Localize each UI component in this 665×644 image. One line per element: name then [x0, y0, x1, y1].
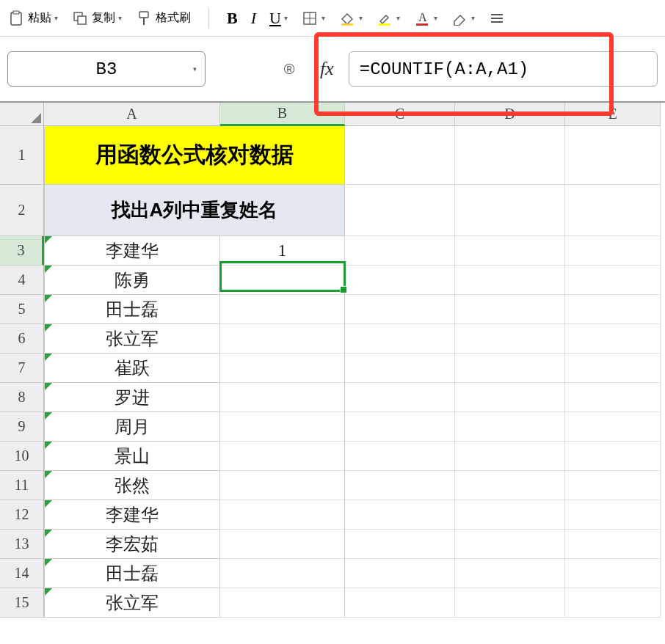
- cell-c14[interactable]: [345, 559, 455, 588]
- bold-button[interactable]: B: [227, 9, 238, 28]
- eraser-button[interactable]: ▾: [451, 10, 475, 27]
- cell-a7[interactable]: 崔跃: [44, 354, 220, 383]
- cell-d4[interactable]: [455, 266, 565, 295]
- cell-e7[interactable]: [565, 354, 661, 383]
- row-header-3[interactable]: 3: [0, 236, 44, 266]
- cell-d5[interactable]: [455, 295, 565, 324]
- select-all-corner[interactable]: [0, 103, 44, 126]
- row-header-14[interactable]: 14: [0, 559, 44, 588]
- registered-icon[interactable]: ®: [279, 59, 299, 79]
- cell-a6[interactable]: 张立军: [44, 324, 220, 354]
- format-painter-button[interactable]: 格式刷: [135, 10, 191, 27]
- cell-d7[interactable]: [455, 354, 565, 383]
- cell-b15[interactable]: [220, 588, 345, 618]
- cell-c13[interactable]: [345, 530, 455, 559]
- row-header-2[interactable]: 2: [0, 185, 44, 236]
- row-header-1[interactable]: 1: [0, 126, 44, 185]
- cell-a8[interactable]: 罗进: [44, 383, 220, 412]
- cell-c10[interactable]: [345, 442, 455, 471]
- highlight-button[interactable]: ▾: [376, 10, 400, 27]
- cell-b10[interactable]: [220, 442, 345, 471]
- row-header-7[interactable]: 7: [0, 354, 44, 383]
- cell-c11[interactable]: [345, 471, 455, 500]
- cell-e10[interactable]: [565, 442, 661, 471]
- cell-b8[interactable]: [220, 383, 345, 412]
- cell-a11[interactable]: 张然: [44, 471, 220, 500]
- cell-a15[interactable]: 张立军: [44, 588, 220, 618]
- cell-e5[interactable]: [565, 295, 661, 324]
- cell-b13[interactable]: [220, 530, 345, 559]
- row-header-13[interactable]: 13: [0, 530, 44, 559]
- cell-e13[interactable]: [565, 530, 661, 559]
- cell-c6[interactable]: [345, 324, 455, 354]
- row-header-15[interactable]: 15: [0, 588, 44, 618]
- row-header-11[interactable]: 11: [0, 471, 44, 500]
- cell-d13[interactable]: [455, 530, 565, 559]
- cell-b11[interactable]: [220, 471, 345, 500]
- cell-d6[interactable]: [455, 324, 565, 354]
- cell-e2[interactable]: [565, 185, 661, 236]
- cell-d9[interactable]: [455, 412, 565, 442]
- cell-d12[interactable]: [455, 500, 565, 530]
- cell-c8[interactable]: [345, 383, 455, 412]
- row-header-12[interactable]: 12: [0, 500, 44, 530]
- cell-a5[interactable]: 田士磊: [44, 295, 220, 324]
- font-color-button[interactable]: A ▾: [413, 10, 437, 27]
- cell-c7[interactable]: [345, 354, 455, 383]
- cell-e9[interactable]: [565, 412, 661, 442]
- cell-d3[interactable]: [455, 236, 565, 266]
- col-header-a[interactable]: A: [44, 103, 220, 126]
- copy-button[interactable]: 复制 ▾: [71, 10, 122, 27]
- cell-d2[interactable]: [455, 185, 565, 236]
- cell-e12[interactable]: [565, 500, 661, 530]
- fx-icon[interactable]: fx: [320, 58, 334, 80]
- cell-e8[interactable]: [565, 383, 661, 412]
- paste-button[interactable]: 粘贴 ▾: [7, 10, 58, 27]
- cell-a12[interactable]: 李建华: [44, 500, 220, 530]
- col-header-d[interactable]: D: [455, 103, 565, 126]
- col-header-e[interactable]: E: [565, 103, 661, 126]
- col-header-c[interactable]: C: [345, 103, 455, 126]
- formula-input[interactable]: =COUNTIF(A:A,A1): [349, 51, 658, 87]
- cell-a10[interactable]: 景山: [44, 442, 220, 471]
- cell-c15[interactable]: [345, 588, 455, 618]
- fill-color-button[interactable]: ▾: [338, 10, 363, 27]
- cell-c12[interactable]: [345, 500, 455, 530]
- cell-c2[interactable]: [345, 185, 455, 236]
- italic-button[interactable]: I: [251, 9, 256, 28]
- cell-d10[interactable]: [455, 442, 565, 471]
- name-box[interactable]: B3 ▾: [7, 51, 206, 87]
- cell-a13[interactable]: 李宏茹: [44, 530, 220, 559]
- row-header-9[interactable]: 9: [0, 412, 44, 442]
- cell-b14[interactable]: [220, 559, 345, 588]
- row-header-5[interactable]: 5: [0, 295, 44, 324]
- row-header-4[interactable]: 4: [0, 266, 44, 295]
- cell-e6[interactable]: [565, 324, 661, 354]
- cell-e14[interactable]: [565, 559, 661, 588]
- cell-e3[interactable]: [565, 236, 661, 266]
- cell-a4[interactable]: 陈勇: [44, 266, 220, 295]
- cell-d11[interactable]: [455, 471, 565, 500]
- cell-b5[interactable]: [220, 295, 345, 324]
- cell-a1b1-title[interactable]: 用函数公式核对数据: [44, 126, 345, 185]
- cell-e15[interactable]: [565, 588, 661, 618]
- cell-d14[interactable]: [455, 559, 565, 588]
- cell-a3[interactable]: 李建华: [44, 236, 220, 266]
- cell-c1[interactable]: [345, 126, 455, 185]
- row-header-8[interactable]: 8: [0, 383, 44, 412]
- border-button[interactable]: ▾: [301, 10, 325, 27]
- cell-e11[interactable]: [565, 471, 661, 500]
- cell-e1[interactable]: [565, 126, 661, 185]
- row-header-6[interactable]: 6: [0, 324, 44, 354]
- cell-c5[interactable]: [345, 295, 455, 324]
- cell-a2b2-subtitle[interactable]: 找出A列中重复姓名: [44, 185, 345, 236]
- row-header-10[interactable]: 10: [0, 442, 44, 471]
- cell-b4[interactable]: [220, 266, 345, 295]
- cell-b7[interactable]: [220, 354, 345, 383]
- cell-d8[interactable]: [455, 383, 565, 412]
- cell-c3[interactable]: [345, 236, 455, 266]
- menu-button[interactable]: [488, 10, 506, 27]
- cell-a9[interactable]: 周月: [44, 412, 220, 442]
- cell-c4[interactable]: [345, 266, 455, 295]
- cell-b12[interactable]: [220, 500, 345, 530]
